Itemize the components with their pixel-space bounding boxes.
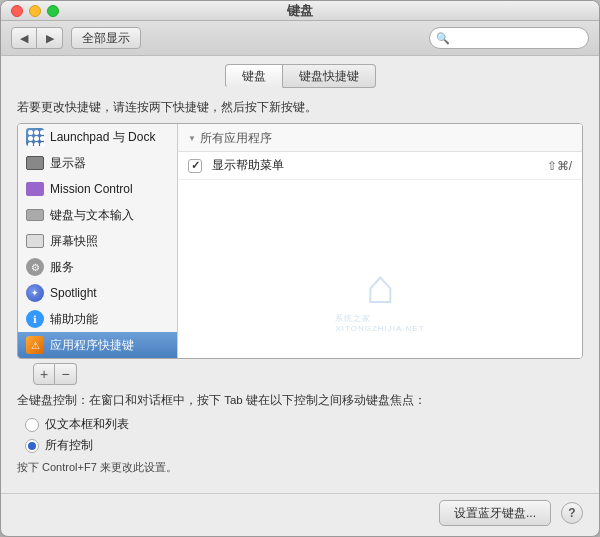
radio-group: 仅文本框和列表 所有控制 [25,416,583,454]
radio-label-text-only: 仅文本框和列表 [45,416,129,433]
shortcut-key: ⇧⌘/ [547,159,572,173]
minimize-button[interactable] [29,5,41,17]
search-input[interactable] [429,27,589,49]
bottom-section: 全键盘控制：在窗口和对话框中，按下 Tab 键在以下控制之间移动键盘焦点： 仅文… [1,385,599,493]
checkbox-cell [188,159,212,173]
bluetooth-keyboard-button[interactable]: 设置蓝牙键盘... [439,500,551,526]
traffic-lights [11,5,59,17]
accessibility-icon: ℹ [26,310,44,328]
forward-button[interactable]: ▶ [37,27,63,49]
sidebar-item-accessibility[interactable]: ℹ 辅助功能 [18,306,177,332]
sidebar-item-label: Launchpad 与 Dock [50,129,155,146]
shortcut-label: 显示帮助菜单 [212,157,547,174]
show-all-button[interactable]: 全部显示 [71,27,141,49]
search-wrapper: 🔍 [429,27,589,49]
right-panel-header: ▼ 所有应用程序 [178,124,582,152]
right-panel-header-label: 所有应用程序 [200,130,272,147]
keyboard-control-label: 全键盘控制：在窗口和对话框中，按下 Tab 键在以下控制之间移动键盘焦点： [17,393,583,408]
nav-buttons: ◀ ▶ [11,27,63,49]
sidebar-item-spotlight[interactable]: ✦ Spotlight [18,280,177,306]
sidebar-item-label: Spotlight [50,286,97,300]
help-button[interactable]: ? [561,502,583,524]
triangle-icon: ▼ [188,134,196,143]
radio-label-all-controls: 所有控制 [45,437,93,454]
services-icon: ⚙ [26,258,44,276]
sidebar-item-label: 键盘与文本输入 [50,207,134,224]
sidebar-item-label: 服务 [50,259,74,276]
tab-keyboard[interactable]: 键盘 [225,64,283,88]
add-shortcut-button[interactable]: + [33,363,55,385]
sidebar-item-keyboard[interactable]: 键盘与文本输入 [18,202,177,228]
sidebar-item-label: 屏幕快照 [50,233,98,250]
maximize-button[interactable] [47,5,59,17]
watermark-icon: ⌂ [366,263,395,311]
sidebar-item-launchpad[interactable]: Launchpad 与 Dock [18,124,177,150]
sidebar-item-appshortcuts[interactable]: 应用程序快捷键 [18,332,177,358]
footer: 设置蓝牙键盘... ? [1,493,599,536]
appshortcuts-icon [26,336,44,354]
left-panel: Launchpad 与 Dock 显示器 Mission Control [18,124,178,358]
tab-bar: 键盘 键盘快捷键 [1,56,599,92]
tab-shortcuts[interactable]: 键盘快捷键 [283,64,376,88]
right-panel: ▼ 所有应用程序 显示帮助菜单 ⇧⌘/ ⌂ 系统之家XITONGZHIJIA.N… [178,124,582,358]
watermark-text: 系统之家XITONGZHIJIA.NET [335,313,424,333]
main-window: 键盘 ◀ ▶ 全部显示 🔍 键盘 键盘快捷键 若要更改快捷键，请连按两下快捷键，… [0,0,600,537]
window-title: 键盘 [287,2,313,20]
display-icon [26,154,44,172]
sidebar-item-services[interactable]: ⚙ 服务 [18,254,177,280]
radio-text-only[interactable]: 仅文本框和列表 [25,416,583,433]
keyboard-icon [26,206,44,224]
sidebar-item-display[interactable]: 显示器 [18,150,177,176]
back-button[interactable]: ◀ [11,27,37,49]
sidebar-item-label: 辅助功能 [50,311,98,328]
instruction-text: 若要更改快捷键，请连按两下快捷键，然后按下新按键。 [17,100,583,115]
sidebar-item-mission[interactable]: Mission Control [18,176,177,202]
screenshot-icon [26,232,44,250]
titlebar: 键盘 [1,1,599,21]
launchpad-icon [26,128,44,146]
sidebar-item-label: Mission Control [50,182,133,196]
sidebar-item-screenshot[interactable]: 屏幕快照 [18,228,177,254]
main-content: 若要更改快捷键，请连按两下快捷键，然后按下新按键。 Launchpad 与 Do… [1,92,599,385]
radio-all-controls[interactable]: 所有控制 [25,437,583,454]
panel-controls: + − [17,359,583,385]
shortcut-checkbox[interactable] [188,159,202,173]
close-button[interactable] [11,5,23,17]
hint-text: 按下 Control+F7 来更改此设置。 [17,460,583,475]
shortcut-row: 显示帮助菜单 ⇧⌘/ [178,152,582,180]
mission-control-icon [26,180,44,198]
remove-shortcut-button[interactable]: − [55,363,77,385]
spotlight-icon: ✦ [26,284,44,302]
radio-circle-all-controls [25,439,39,453]
panels: Launchpad 与 Dock 显示器 Mission Control [17,123,583,359]
watermark: ⌂ 系统之家XITONGZHIJIA.NET [280,258,480,338]
sidebar-item-label: 应用程序快捷键 [50,337,134,354]
radio-circle-text-only [25,418,39,432]
sidebar-item-label: 显示器 [50,155,86,172]
toolbar: ◀ ▶ 全部显示 🔍 [1,21,599,56]
